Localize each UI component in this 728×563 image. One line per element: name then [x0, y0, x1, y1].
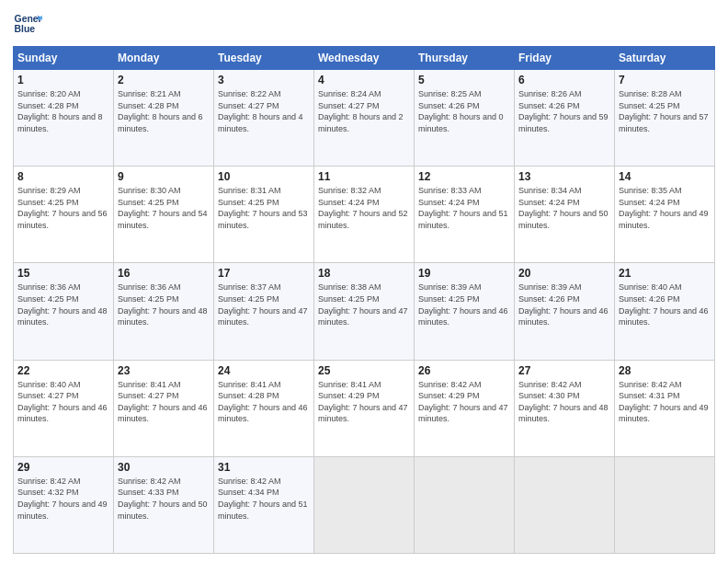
day-number: 25: [318, 364, 410, 377]
day-info: Sunrise: 8:42 AMSunset: 4:29 PMDaylight:…: [418, 380, 508, 424]
calendar-cell: [415, 456, 515, 553]
calendar-cell: 13 Sunrise: 8:34 AMSunset: 4:24 PMDaylig…: [515, 167, 615, 263]
day-number: 8: [17, 170, 109, 183]
day-number: 12: [418, 170, 510, 183]
day-number: 17: [218, 267, 310, 280]
calendar-cell: 10 Sunrise: 8:31 AMSunset: 4:25 PMDaylig…: [214, 167, 314, 263]
day-number: 19: [418, 267, 510, 280]
day-number: 2: [118, 74, 210, 86]
day-number: 18: [318, 267, 410, 280]
calendar-cell: 24 Sunrise: 8:41 AMSunset: 4:28 PMDaylig…: [214, 360, 314, 456]
day-number: 28: [619, 364, 711, 377]
day-info: Sunrise: 8:42 AMSunset: 4:31 PMDaylight:…: [619, 380, 709, 424]
calendar-week-row: 15 Sunrise: 8:36 AMSunset: 4:25 PMDaylig…: [14, 263, 715, 360]
day-number: 24: [218, 364, 310, 377]
calendar-cell: 18 Sunrise: 8:38 AMSunset: 4:25 PMDaylig…: [314, 263, 415, 360]
day-info: Sunrise: 8:39 AMSunset: 4:25 PMDaylight:…: [418, 282, 508, 327]
header-wednesday: Wednesday: [314, 47, 415, 70]
calendar-cell: 6 Sunrise: 8:26 AMSunset: 4:26 PMDayligh…: [515, 70, 615, 167]
header-friday: Friday: [515, 47, 615, 70]
day-info: Sunrise: 8:31 AMSunset: 4:25 PMDaylight:…: [218, 186, 308, 230]
day-info: Sunrise: 8:21 AMSunset: 4:28 PMDaylight:…: [118, 89, 203, 133]
calendar-cell: 27 Sunrise: 8:42 AMSunset: 4:30 PMDaylig…: [515, 360, 615, 456]
calendar-cell: 21 Sunrise: 8:40 AMSunset: 4:26 PMDaylig…: [615, 263, 715, 360]
calendar-cell: 30 Sunrise: 8:42 AMSunset: 4:33 PMDaylig…: [114, 456, 214, 553]
calendar-cell: 14 Sunrise: 8:35 AMSunset: 4:24 PMDaylig…: [615, 167, 715, 263]
day-info: Sunrise: 8:24 AMSunset: 4:27 PMDaylight:…: [318, 89, 404, 133]
day-number: 30: [118, 461, 210, 474]
header-monday: Monday: [114, 47, 214, 70]
day-info: Sunrise: 8:26 AMSunset: 4:26 PMDaylight:…: [518, 89, 609, 133]
calendar-table: SundayMondayTuesdayWednesdayThursdayFrid…: [13, 46, 715, 554]
day-info: Sunrise: 8:35 AMSunset: 4:24 PMDaylight:…: [619, 186, 709, 230]
day-number: 7: [619, 74, 711, 86]
header-saturday: Saturday: [615, 47, 715, 70]
day-number: 31: [218, 461, 310, 474]
day-number: 16: [118, 267, 210, 280]
calendar-cell: 7 Sunrise: 8:28 AMSunset: 4:25 PMDayligh…: [615, 70, 715, 167]
calendar-cell: 22 Sunrise: 8:40 AMSunset: 4:27 PMDaylig…: [14, 360, 114, 456]
calendar-week-row: 1 Sunrise: 8:20 AMSunset: 4:28 PMDayligh…: [14, 70, 715, 167]
day-number: 11: [318, 170, 410, 183]
calendar-cell: 5 Sunrise: 8:25 AMSunset: 4:26 PMDayligh…: [415, 70, 515, 167]
day-info: Sunrise: 8:28 AMSunset: 4:25 PMDaylight:…: [619, 89, 709, 133]
day-info: Sunrise: 8:29 AMSunset: 4:25 PMDaylight:…: [17, 186, 108, 230]
day-info: Sunrise: 8:34 AMSunset: 4:24 PMDaylight:…: [518, 186, 609, 230]
calendar-cell: [314, 456, 415, 553]
day-number: 21: [619, 267, 711, 280]
day-info: Sunrise: 8:22 AMSunset: 4:27 PMDaylight:…: [218, 89, 303, 133]
day-info: Sunrise: 8:41 AMSunset: 4:29 PMDaylight:…: [318, 380, 408, 424]
calendar-cell: 25 Sunrise: 8:41 AMSunset: 4:29 PMDaylig…: [314, 360, 415, 456]
svg-text:Blue: Blue: [15, 24, 36, 34]
day-info: Sunrise: 8:41 AMSunset: 4:28 PMDaylight:…: [218, 380, 308, 424]
day-info: Sunrise: 8:42 AMSunset: 4:34 PMDaylight:…: [218, 477, 308, 521]
day-info: Sunrise: 8:32 AMSunset: 4:24 PMDaylight:…: [318, 186, 408, 230]
calendar-cell: 11 Sunrise: 8:32 AMSunset: 4:24 PMDaylig…: [314, 167, 415, 263]
day-info: Sunrise: 8:30 AMSunset: 4:25 PMDaylight:…: [118, 186, 208, 230]
calendar-cell: 3 Sunrise: 8:22 AMSunset: 4:27 PMDayligh…: [214, 70, 314, 167]
day-info: Sunrise: 8:33 AMSunset: 4:24 PMDaylight:…: [418, 186, 508, 230]
calendar-week-row: 22 Sunrise: 8:40 AMSunset: 4:27 PMDaylig…: [14, 360, 715, 456]
page: General Blue SundayMondayTuesdayWednesda…: [0, 0, 728, 563]
day-number: 22: [17, 364, 109, 377]
day-info: Sunrise: 8:36 AMSunset: 4:25 PMDaylight:…: [17, 282, 108, 327]
day-number: 9: [118, 170, 210, 183]
day-number: 29: [17, 461, 109, 474]
calendar-cell: 16 Sunrise: 8:36 AMSunset: 4:25 PMDaylig…: [114, 263, 214, 360]
calendar-cell: [615, 456, 715, 553]
day-info: Sunrise: 8:40 AMSunset: 4:26 PMDaylight:…: [619, 282, 709, 327]
calendar-cell: 4 Sunrise: 8:24 AMSunset: 4:27 PMDayligh…: [314, 70, 415, 167]
day-info: Sunrise: 8:42 AMSunset: 4:33 PMDaylight:…: [118, 477, 208, 521]
day-number: 26: [418, 364, 510, 377]
calendar-cell: 15 Sunrise: 8:36 AMSunset: 4:25 PMDaylig…: [14, 263, 114, 360]
calendar-cell: 26 Sunrise: 8:42 AMSunset: 4:29 PMDaylig…: [415, 360, 515, 456]
day-number: 3: [218, 74, 310, 86]
calendar-cell: 31 Sunrise: 8:42 AMSunset: 4:34 PMDaylig…: [214, 456, 314, 553]
day-number: 20: [518, 267, 610, 280]
calendar-cell: 23 Sunrise: 8:41 AMSunset: 4:27 PMDaylig…: [114, 360, 214, 456]
calendar-week-row: 8 Sunrise: 8:29 AMSunset: 4:25 PMDayligh…: [14, 167, 715, 263]
day-info: Sunrise: 8:41 AMSunset: 4:27 PMDaylight:…: [118, 380, 208, 424]
header-tuesday: Tuesday: [214, 47, 314, 70]
day-number: 14: [619, 170, 711, 183]
calendar-header-row: SundayMondayTuesdayWednesdayThursdayFrid…: [14, 47, 715, 70]
calendar-week-row: 29 Sunrise: 8:42 AMSunset: 4:32 PMDaylig…: [14, 456, 715, 553]
header-sunday: Sunday: [14, 47, 114, 70]
calendar-cell: 8 Sunrise: 8:29 AMSunset: 4:25 PMDayligh…: [14, 167, 114, 263]
header-thursday: Thursday: [415, 47, 515, 70]
day-number: 4: [318, 74, 410, 86]
day-number: 6: [518, 74, 610, 86]
calendar-cell: 20 Sunrise: 8:39 AMSunset: 4:26 PMDaylig…: [515, 263, 615, 360]
day-info: Sunrise: 8:36 AMSunset: 4:25 PMDaylight:…: [118, 282, 208, 327]
calendar-cell: 2 Sunrise: 8:21 AMSunset: 4:28 PMDayligh…: [114, 70, 214, 167]
logo: General Blue: [13, 9, 42, 39]
calendar-cell: 12 Sunrise: 8:33 AMSunset: 4:24 PMDaylig…: [415, 167, 515, 263]
general-blue-logo-icon: General Blue: [13, 9, 42, 39]
day-number: 23: [118, 364, 210, 377]
day-number: 10: [218, 170, 310, 183]
calendar-cell: 29 Sunrise: 8:42 AMSunset: 4:32 PMDaylig…: [14, 456, 114, 553]
calendar-cell: 9 Sunrise: 8:30 AMSunset: 4:25 PMDayligh…: [114, 167, 214, 263]
day-number: 15: [17, 267, 109, 280]
day-number: 1: [17, 74, 109, 86]
calendar-cell: 19 Sunrise: 8:39 AMSunset: 4:25 PMDaylig…: [415, 263, 515, 360]
